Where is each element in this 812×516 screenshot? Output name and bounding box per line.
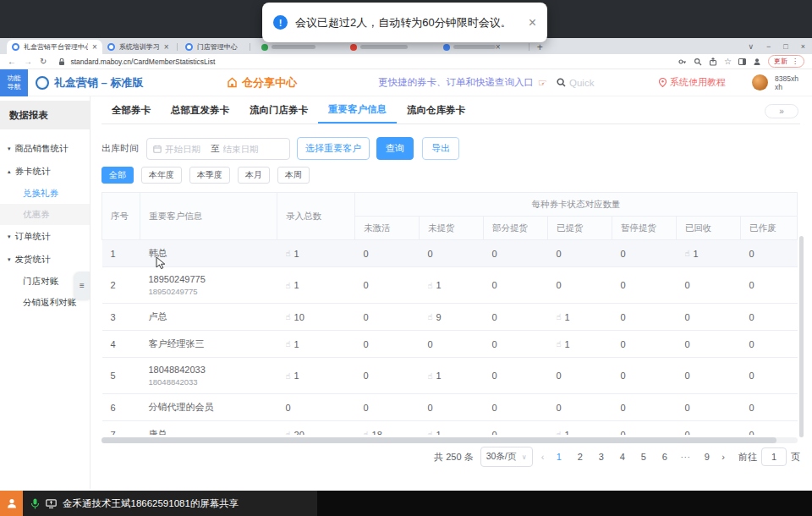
forward-icon[interactable]: → (24, 58, 32, 66)
table-row[interactable]: 6分销代理的会员00000000 (102, 394, 798, 421)
page-number[interactable]: 1 (552, 452, 565, 462)
count-link[interactable]: ☝9 (428, 312, 442, 322)
quick-filter-button[interactable]: 本季度 (189, 167, 230, 184)
table-row[interactable]: 1韩总☝100000☝10 (102, 240, 798, 267)
next-page-button[interactable]: › (720, 452, 727, 462)
toast-close-icon[interactable]: × (529, 16, 536, 30)
count-value: 0 (749, 430, 754, 436)
page-number[interactable]: 2 (573, 452, 586, 462)
count-link[interactable]: ☝1 (557, 339, 570, 349)
quick-search-input[interactable] (569, 78, 606, 88)
count-cell: 0 (741, 331, 798, 358)
count-link[interactable]: ☝1 (685, 249, 699, 259)
select-customer-button[interactable]: 选择重要客户 (297, 137, 370, 160)
sidebar-item[interactable]: ▾发货统计 (0, 248, 90, 271)
count-cell: 0 (484, 267, 548, 304)
tab-close-icon[interactable]: × (164, 43, 169, 52)
content-tab[interactable]: 全部券卡 (102, 96, 161, 124)
quick-filter-button[interactable]: 全部 (102, 167, 134, 184)
new-tab-button[interactable]: + (537, 41, 543, 53)
close-icon[interactable]: × (801, 42, 805, 51)
sidebar-drawer-handle[interactable]: ≡ (74, 272, 90, 299)
chrome-update-button[interactable]: 更新 ⋮ (768, 55, 804, 68)
scrollbar-thumb[interactable] (102, 437, 776, 443)
tab-search-icon[interactable]: ∨ (748, 42, 754, 51)
tutorial-link[interactable]: 系统使用教程 (659, 76, 726, 89)
export-button[interactable]: 导出 (422, 137, 459, 160)
minimize-icon[interactable]: − (766, 42, 771, 51)
page-number[interactable]: 5 (637, 452, 650, 462)
zoom-icon[interactable] (694, 58, 702, 66)
table-row[interactable]: 7唐总☝20☝18☝10☝1000 (102, 421, 798, 436)
sidebar-item[interactable]: ▾商品销售统计 (0, 137, 90, 160)
avatar[interactable] (752, 74, 768, 91)
sidebar-item[interactable]: 兑换礼券 (0, 183, 90, 204)
count-link[interactable]: ☝1 (286, 280, 299, 290)
content-tab[interactable]: 总部直发券卡 (161, 96, 239, 124)
page-number[interactable]: 4 (616, 452, 628, 462)
profile-icon[interactable] (753, 58, 761, 66)
count-link[interactable]: ☝18 (364, 430, 382, 435)
count-link[interactable]: ☝1 (428, 280, 442, 290)
quick-entry-link[interactable]: 更快捷的券卡、订单和快递查询入口 (378, 76, 534, 89)
page-number[interactable]: 9 (700, 452, 713, 462)
count-link[interactable]: ☝1 (557, 312, 570, 322)
count-link[interactable]: ☝1 (286, 371, 299, 381)
share-icon[interactable] (709, 58, 717, 66)
key-icon[interactable] (678, 58, 687, 66)
table-row[interactable]: 51804884203318048842033☝10☝100000 (102, 358, 798, 394)
page-size-select[interactable]: 30条/页 ∨ (480, 447, 533, 467)
share-center-link[interactable]: 仓分享中心 (227, 75, 297, 91)
page-number[interactable]: 3 (595, 452, 607, 462)
count-link[interactable]: ☝1 (286, 249, 299, 259)
browser-tab[interactable]: 门店管理中心 (180, 40, 247, 54)
count-link[interactable]: ☝10 (286, 312, 304, 322)
browser-tab[interactable]: 礼盒营销平台管理中心× (7, 40, 102, 54)
count-link[interactable]: ☝1 (428, 371, 442, 381)
date-range-picker[interactable]: 至 (146, 138, 290, 160)
table-row[interactable]: 4客户经理张三☝1000☝1000 (102, 331, 798, 358)
prev-page-button[interactable]: ‹ (540, 452, 546, 462)
table-row[interactable]: 21895024977518950249775☝10☝100000 (102, 267, 798, 304)
count-link[interactable]: ☝1 (286, 339, 299, 349)
sidebar-item-label: 发货统计 (15, 254, 51, 266)
tab-close-icon[interactable]: × (92, 43, 97, 52)
page-number[interactable]: 6 (658, 452, 671, 462)
query-button[interactable]: 查询 (376, 137, 414, 160)
url-field[interactable]: standard.maboy.cn/CardMemberStatisticsLi… (54, 56, 671, 68)
count-value: 0 (492, 430, 497, 436)
browser-tab[interactable]: 系统培训学习× (102, 40, 174, 54)
horizontal-scrollbar[interactable] (102, 437, 798, 443)
content-tab[interactable]: 流向仓库券卡 (397, 96, 475, 124)
kebab-menu-icon[interactable]: ⋮ (792, 58, 798, 65)
quick-filter-button[interactable]: 本月 (238, 167, 270, 184)
back-icon[interactable]: ← (8, 58, 16, 66)
sidebar-item[interactable]: 优惠券 (0, 204, 90, 225)
table-head: 序号重要客户信息录入总数每种券卡状态对应数量未激活未提货部分提货已提货暂停提货已… (102, 193, 798, 240)
count-link[interactable]: ☝1 (557, 430, 570, 435)
tab-close-icon[interactable]: × (496, 43, 501, 52)
count-value: 0 (685, 371, 690, 381)
maximize-icon[interactable]: □ (783, 42, 787, 51)
sidebar-item[interactable]: ▴券卡统计 (0, 160, 90, 183)
quick-filter-button[interactable]: 本年度 (141, 167, 182, 184)
side-panel-icon[interactable] (738, 58, 746, 65)
count-link[interactable]: ☝1 (428, 430, 442, 435)
content-tab-list: 全部券卡总部直发券卡流向门店券卡重要客户信息流向仓库券卡 (102, 96, 800, 124)
more-tabs-button[interactable]: » (765, 104, 798, 118)
sidebar-item[interactable]: ▾订单统计 (0, 225, 90, 248)
vertical-scrollbar[interactable] (799, 236, 804, 437)
count-link[interactable]: ☝20 (286, 430, 304, 435)
table-row[interactable]: 3卢总☝100☝90☝1000 (102, 304, 798, 331)
page-ellipsis[interactable]: ··· (679, 453, 692, 461)
content-tab[interactable]: 重要客户信息 (318, 96, 397, 124)
reload-icon[interactable]: ↻ (40, 58, 47, 66)
bookmark-star-icon[interactable]: ☆ (724, 58, 732, 66)
date-end-input[interactable] (223, 144, 266, 154)
goto-page-input[interactable] (761, 447, 787, 466)
feature-nav-toggle[interactable]: 功能 导航 (0, 69, 28, 96)
quick-filter-button[interactable]: 本周 (277, 167, 310, 184)
content-tab[interactable]: 流向门店券卡 (239, 96, 318, 124)
date-start-input[interactable] (165, 144, 207, 154)
count-cell: 0 (484, 331, 548, 358)
